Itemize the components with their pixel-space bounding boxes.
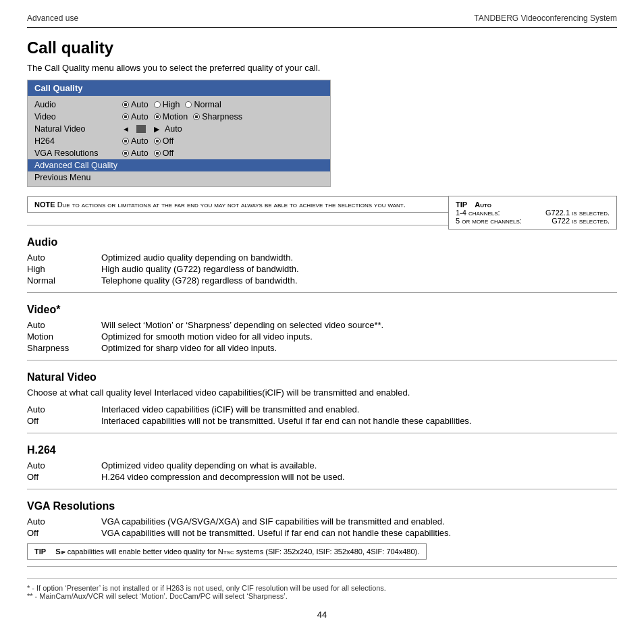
page-title: Call quality: [27, 38, 617, 57]
note-text: Due to actions or limitations at the far…: [57, 200, 406, 209]
menu-options-audio: Auto High Normal: [122, 100, 221, 109]
vga-tip-text: Sif capabilities will enable better vide…: [55, 547, 419, 556]
radio-video-auto-filled: [122, 113, 129, 120]
video-auto[interactable]: Auto: [122, 112, 149, 122]
header-center: TANDBERG Videoconferencing System: [474, 14, 617, 23]
vga-off-term: Off: [27, 528, 101, 538]
tip-value-5plus: G722 is selected.: [552, 217, 610, 225]
video-motion-row: Motion Optimized for smooth motion video…: [27, 331, 617, 342]
h264-terms: Auto Optimized video quality depending o…: [27, 460, 617, 482]
audio-normal-def: Telephone quality (G728) regardless of b…: [101, 275, 617, 286]
menu-options-video: Auto Motion Sharpness: [122, 112, 242, 122]
menu-label-video: Video: [34, 112, 122, 122]
tip-row-1-4: 1-4 channels: G722.1 is selected.: [456, 209, 610, 217]
menu-options-vga: Auto Off: [122, 149, 173, 158]
call-quality-menu: Call Quality Audio Auto High Normal: [27, 80, 331, 187]
video-auto-def: Will select ‘Motion’ or ‘Sharpness’ depe…: [101, 320, 617, 330]
menu-nav-previous[interactable]: Previous Menu: [28, 171, 330, 184]
video-motion-term: Motion: [27, 331, 101, 342]
natural-video-desc: Choose at what call quality level Interl…: [27, 387, 617, 398]
menu-row-vga[interactable]: VGA Resolutions Auto Off: [28, 147, 330, 159]
radio-vga-off: [154, 150, 161, 157]
radio-h264-off: [154, 138, 161, 144]
menu-body: Audio Auto High Normal Video: [28, 96, 330, 186]
video-motion[interactable]: Motion: [154, 112, 188, 122]
vga-tip-label: TIP: [34, 547, 46, 556]
nv-off-def: Interlaced capabilities will not be tran…: [101, 416, 617, 426]
tip-value-1-4: G722.1 is selected.: [545, 209, 610, 217]
menu-row-audio[interactable]: Audio Auto High Normal: [28, 99, 330, 111]
video-motion-def: Optimized for smooth motion video for al…: [101, 331, 617, 342]
video-sharpness-def: Optimized for sharp video for all video …: [101, 343, 617, 353]
header-bar: Advanced use TANDBERG Videoconferencing …: [27, 14, 617, 28]
vga-off[interactable]: Off: [154, 149, 173, 158]
audio-high[interactable]: High: [154, 100, 180, 109]
radio-video-motion-filled: [154, 113, 161, 120]
nv-auto-term: Auto: [27, 404, 101, 414]
audio-auto[interactable]: Auto: [122, 100, 149, 109]
audio-normal-term: Normal: [27, 275, 101, 286]
video-sharpness-term: Sharpness: [27, 343, 101, 353]
vga-off-def: VGA capabilities will not be transmitted…: [101, 528, 617, 538]
menu-nav-advanced[interactable]: Advanced Call Quality: [28, 159, 330, 171]
audio-auto-term: Auto: [27, 252, 101, 263]
menu-label-h264: H264: [34, 136, 122, 146]
header-left: Advanced use: [27, 14, 78, 23]
tip-channels-5plus: 5 or more channels:: [456, 217, 522, 225]
nv-off-row: Off Interlaced capabilities will not be …: [27, 416, 617, 426]
divider-4: [27, 433, 617, 433]
vga-terms: Auto VGA capabilities (VGA/SVGA/XGA) and…: [27, 516, 617, 538]
footnote-1: * - If option ‘Presenter’ is not install…: [27, 584, 617, 592]
vga-auto-row: Auto VGA capabilities (VGA/SVGA/XGA) and…: [27, 516, 617, 527]
tip-title-audio: Auto: [475, 200, 491, 209]
menu-row-video[interactable]: Video Auto Motion Sharpness: [28, 111, 330, 123]
intro-text: The Call Quality menu allows you to sele…: [27, 63, 617, 73]
audio-auto-row: Auto Optimized audio quality depending o…: [27, 252, 617, 263]
menu-label-natural-video: Natural Video: [34, 124, 122, 134]
arrow-left-icon: ◄: [122, 125, 130, 133]
note-label: NOTE: [34, 200, 55, 209]
audio-tip-box: TIP Auto 1-4 channels: G722.1 is selecte…: [448, 196, 617, 230]
h264-auto-row: Auto Optimized video quality depending o…: [27, 460, 617, 471]
vga-heading: VGA Resolutions: [27, 500, 617, 512]
menu-nav-advanced-label: Advanced Call Quality: [34, 161, 117, 170]
menu-row-natural-video[interactable]: Natural Video ◄ ▶ Auto: [28, 123, 330, 135]
vga-off-row: Off VGA capabilities will not be transmi…: [27, 528, 617, 538]
tip-channels-1-4: 1-4 channels:: [456, 209, 500, 217]
menu-options-h264: Auto Off: [122, 136, 173, 146]
menu-title: Call Quality: [28, 80, 330, 96]
audio-high-row: High High audio quality (G722) regardles…: [27, 264, 617, 274]
vga-tip-box: TIP Sif capabilities will enable better …: [27, 543, 427, 560]
radio-high: [154, 101, 161, 108]
footnote-2: ** - MainCam/Aux/VCR will select ‘Motion…: [27, 592, 617, 600]
h264-auto-def: Optimized video quality depending on wha…: [101, 460, 617, 471]
arrow-right-icon: ▶: [154, 125, 159, 134]
vga-tip-container: TIP Sif capabilities will enable better …: [27, 543, 617, 560]
audio-high-term: High: [27, 264, 101, 274]
video-auto-row: Auto Will select ‘Motion’ or ‘Sharpness’…: [27, 320, 617, 330]
audio-section: TIP Auto 1-4 channels: G722.1 is selecte…: [27, 236, 617, 286]
nv-auto-def: Interlaced video capabilities (iCIF) wil…: [101, 404, 617, 414]
audio-terms: Auto Optimized audio quality depending o…: [27, 252, 617, 286]
h264-auto[interactable]: Auto: [122, 136, 149, 146]
audio-normal[interactable]: Normal: [185, 100, 221, 109]
audio-heading: Audio: [27, 236, 617, 248]
vga-auto-def: VGA capabilities (VGA/SVGA/XGA) and SIF …: [101, 516, 617, 527]
natural-video-block: [136, 125, 146, 133]
menu-options-natural-video: ◄ ▶ Auto: [122, 124, 182, 134]
radio-vga-auto: [122, 150, 129, 157]
divider-2: [27, 292, 617, 293]
h264-off-def: H.264 video compression and decompressio…: [101, 472, 617, 482]
nv-off-term: Off: [27, 416, 101, 426]
video-sharpness[interactable]: Sharpness: [193, 112, 242, 122]
menu-nav-previous-label: Previous Menu: [34, 173, 90, 182]
video-auto-term: Auto: [27, 320, 101, 330]
menu-row-h264[interactable]: H264 Auto Off: [28, 135, 330, 147]
divider-3: [27, 360, 617, 360]
h264-off[interactable]: Off: [154, 136, 173, 146]
vga-auto[interactable]: Auto: [122, 149, 149, 158]
h264-heading: H.264: [27, 444, 617, 456]
vga-auto-term: Auto: [27, 516, 101, 527]
natural-video-heading: Natural Video: [27, 371, 617, 383]
audio-normal-row: Normal Telephone quality (G728) regardle…: [27, 275, 617, 286]
